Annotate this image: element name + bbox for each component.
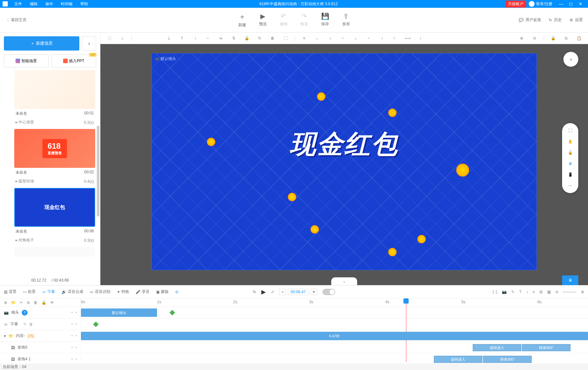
collapse-timeline-button[interactable]: ⌄ bbox=[331, 277, 357, 285]
scene-item-selected[interactable]: 04 现金红包 未命名 00:06 ▸ 对角格子 0.3(s) bbox=[4, 188, 96, 244]
track-content[interactable]: ▾ 📁 内容-[35] •• 6.47秒 bbox=[0, 330, 588, 342]
tool-lock2[interactable]: 🔒 bbox=[548, 34, 558, 43]
login-button[interactable]: 登录/注册 bbox=[536, 1, 552, 7]
expand-arrow-icon[interactable]: ▾ bbox=[4, 334, 6, 338]
keyframe-diamond[interactable] bbox=[93, 322, 99, 327]
scene-thumbnail[interactable]: 现金红包 bbox=[14, 188, 95, 227]
track-decoration5[interactable]: 🖼 装饰5 •• 旋转进入 转体360° bbox=[0, 342, 588, 353]
zoom-in-button[interactable]: ⊕ bbox=[516, 34, 527, 43]
tool-align-bottom[interactable]: ⫟ bbox=[364, 34, 374, 43]
menu-edit[interactable]: 编辑 bbox=[26, 1, 41, 7]
tool-align-top[interactable]: ⫟ bbox=[338, 34, 348, 43]
tool-align-h[interactable]: ⫞ bbox=[190, 34, 200, 43]
tab-foreground[interactable]: ▭前景 bbox=[23, 289, 36, 295]
text-tool-icon[interactable]: T bbox=[519, 290, 521, 294]
hand-icon[interactable]: ✋ bbox=[568, 139, 573, 144]
tool-spacing-v[interactable]: ↕ bbox=[415, 34, 426, 43]
time-plus-button[interactable]: + bbox=[311, 289, 317, 295]
scene-thumbnail[interactable]: 618直播预售 bbox=[14, 129, 95, 168]
add-track-icon[interactable]: ⊕ bbox=[4, 300, 7, 305]
redo-button[interactable]: ↷ 恢复 bbox=[300, 12, 308, 28]
scene-thumbnail[interactable] bbox=[14, 70, 95, 109]
tool-align-left[interactable]: ≡ bbox=[299, 34, 309, 43]
layout-icon[interactable]: ▦ bbox=[547, 290, 551, 294]
fullscreen-icon[interactable]: ⛶ bbox=[568, 128, 572, 133]
history-button[interactable]: ↻ 历史 bbox=[549, 17, 562, 23]
close-button[interactable]: ✕ bbox=[576, 1, 585, 6]
tab-asr[interactable]: ㏄语音识别 bbox=[90, 289, 110, 295]
delete-small-icon[interactable]: 🗑 bbox=[29, 322, 33, 327]
undo-button[interactable]: ↶ 撤销 bbox=[280, 12, 288, 28]
toggle-switch[interactable] bbox=[322, 289, 335, 295]
scene-thumbnail[interactable] bbox=[14, 247, 95, 257]
effect-rotate-in[interactable]: 旋转进入 bbox=[473, 344, 521, 351]
folder-icon[interactable]: 📁 bbox=[11, 300, 16, 305]
back-home-button[interactable]: 〈 返回主页 bbox=[0, 17, 32, 23]
tab-effect[interactable]: ✦特效 bbox=[117, 289, 129, 295]
scene-item[interactable]: 03 618直播预售 未命名 00:02 ▸ 圆形转场 0.4(s) bbox=[4, 129, 96, 185]
scene-item[interactable] bbox=[4, 247, 96, 257]
menu-timeline[interactable]: 时间轴 bbox=[57, 1, 76, 7]
tool-distribute-v[interactable]: ⫟ bbox=[390, 34, 400, 43]
mobile-icon[interactable]: 📱 bbox=[568, 172, 573, 177]
tab-subtitle[interactable]: ㏄字幕 bbox=[42, 289, 55, 295]
maximize-button[interactable]: ◻ bbox=[566, 1, 576, 6]
tool-cursor[interactable]: ⬚ bbox=[104, 34, 115, 43]
grid-icon[interactable]: ⊞ bbox=[539, 290, 543, 294]
tool-lock[interactable]: 🔒 bbox=[242, 34, 252, 43]
filter-icon[interactable]: ⫞ bbox=[526, 290, 528, 294]
tool-flip-h[interactable]: ⇋ bbox=[216, 34, 226, 43]
play-button[interactable]: ▶ bbox=[261, 288, 266, 295]
time-minus-button[interactable]: − bbox=[279, 289, 286, 295]
effect-rotate360[interactable]: 转体360° bbox=[522, 344, 571, 351]
scene-item[interactable]: 未命名 00:01 ▸ 中心渐变 0.3(s) bbox=[4, 70, 96, 126]
list-icon[interactable]: ≡ bbox=[533, 290, 535, 294]
lock-icon[interactable]: 🔒 bbox=[41, 300, 46, 305]
tool-align-middle[interactable]: ⫠ bbox=[351, 34, 361, 43]
track-subtitle[interactable]: ㏄ 字幕 ✎ 🗑 •• bbox=[0, 318, 588, 330]
help-icon[interactable]: ? bbox=[22, 310, 28, 316]
ai-scene-tab[interactable]: 智能场景 bbox=[4, 54, 49, 67]
minimize-button[interactable]: — bbox=[556, 1, 566, 6]
time-value[interactable]: 00:06.47 bbox=[288, 289, 309, 295]
upgrade-button[interactable]: 升级账户 bbox=[505, 1, 526, 7]
floating-music-button[interactable]: ♪ bbox=[563, 52, 578, 67]
tool-paste[interactable]: 📋 bbox=[574, 34, 584, 43]
canvas-mode-tab[interactable]: 🖥 bbox=[562, 275, 578, 285]
track-camera[interactable]: 📷 镜头 ? •• 默认镜头 bbox=[0, 307, 588, 318]
tool-delete[interactable]: 🗑 bbox=[267, 34, 278, 43]
zoom-out-timeline[interactable]: ⊖ bbox=[555, 290, 559, 294]
settings-button[interactable]: ⚙ 设置 bbox=[570, 17, 583, 23]
tool-download[interactable]: ⭳ bbox=[164, 34, 174, 43]
keyframe-icon[interactable]: ⟦·⟧ bbox=[492, 290, 497, 294]
camera-clip[interactable]: 默认镜头 bbox=[81, 308, 157, 317]
delete-icon[interactable]: 🗑 bbox=[34, 300, 38, 305]
keyframe-diamond[interactable] bbox=[170, 310, 175, 316]
tool-copy[interactable]: ⧉ bbox=[561, 34, 571, 43]
tool-home[interactable]: ⌂ bbox=[117, 34, 128, 43]
tool-distribute-h[interactable]: ⫞ bbox=[377, 34, 387, 43]
scrollbar-thumb[interactable] bbox=[97, 126, 99, 216]
expand-icon[interactable]: ⤢ bbox=[271, 290, 274, 294]
stage-main-text[interactable]: 现金红包 bbox=[290, 127, 399, 162]
tool-refresh[interactable]: ↻ bbox=[254, 34, 265, 43]
unlock-icon[interactable]: 🔓 bbox=[568, 150, 573, 155]
tab-more[interactable]: ⊝ bbox=[175, 290, 178, 294]
tool-spacing[interactable]: ⟷ bbox=[402, 34, 413, 43]
tab-background[interactable]: ▨背景 bbox=[4, 289, 17, 295]
zoom-out-button[interactable]: ⊖ bbox=[529, 34, 540, 43]
new-button[interactable]: ＋ 新建 bbox=[238, 12, 246, 28]
more-icon[interactable]: ⋯ bbox=[568, 183, 572, 188]
tab-mask[interactable]: ▣蒙版 bbox=[156, 289, 169, 295]
tool-align-v[interactable]: ⫟ bbox=[203, 34, 213, 43]
feedback-button[interactable]: 💬 用户反馈 bbox=[519, 17, 541, 23]
playhead[interactable] bbox=[403, 298, 409, 304]
publish-button[interactable]: ⇧ 发布 bbox=[342, 12, 350, 28]
new-scene-button[interactable]: ＋ 新建场景 bbox=[4, 36, 79, 51]
preview-button[interactable]: ▶ 预览 bbox=[259, 12, 267, 28]
zoom-slider[interactable]: ○──── bbox=[563, 290, 576, 294]
tool-align-right[interactable]: ⫞ bbox=[325, 34, 335, 43]
monitor-icon[interactable]: 🖥 bbox=[568, 161, 572, 166]
scene-transition[interactable]: ▸ 圆形转场 0.4(s) bbox=[14, 177, 95, 185]
replay-icon[interactable]: ↻ bbox=[253, 290, 256, 294]
